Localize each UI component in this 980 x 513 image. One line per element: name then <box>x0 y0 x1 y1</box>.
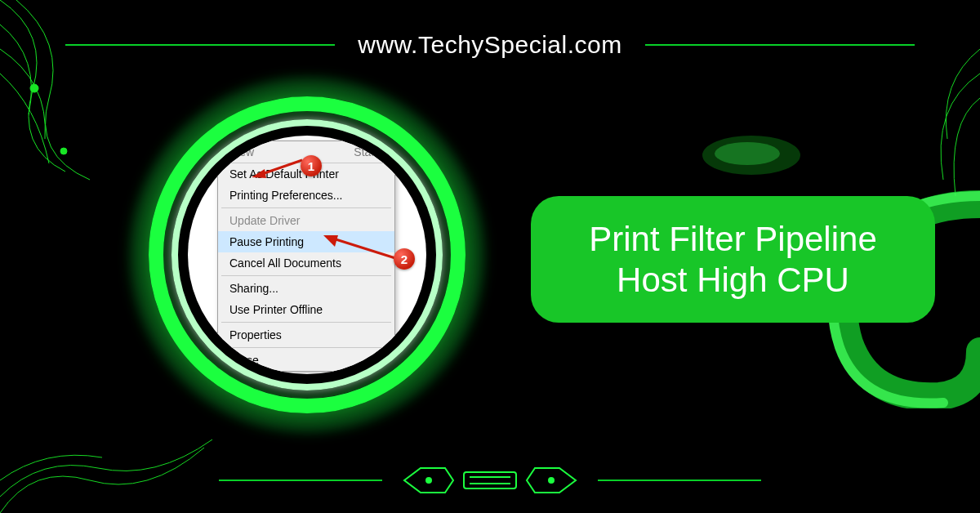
svg-point-2 <box>702 136 800 175</box>
menu-item-sharing[interactable]: Sharing... <box>218 278 394 299</box>
footer-decor <box>219 464 761 497</box>
article-title-pill: Print Filter Pipeline Host High CPU <box>531 196 935 323</box>
svg-point-12 <box>549 478 554 483</box>
divider-left <box>65 44 335 46</box>
screenshot-content: View Status Set As Default Printer Print… <box>188 136 426 374</box>
svg-point-1 <box>60 148 67 154</box>
menu-item-update-driver: Update Driver <box>218 210 394 231</box>
title-line-2: Host High CPU <box>617 261 849 299</box>
svg-point-11 <box>426 478 431 483</box>
footer-line-left <box>219 480 382 481</box>
footer-line-right <box>598 480 761 481</box>
svg-line-6 <box>333 239 395 258</box>
menu-separator <box>221 275 391 276</box>
header-bar: www.TechySpecial.com <box>0 31 980 59</box>
callout-badge-1: 1 <box>301 155 322 176</box>
menu-item-properties[interactable]: Properties <box>218 324 394 346</box>
svg-marker-5 <box>252 169 266 178</box>
svg-rect-8 <box>464 472 516 488</box>
arrow-1 <box>248 155 305 180</box>
title-line-1: Print Filter Pipeline <box>589 220 876 258</box>
svg-line-4 <box>260 160 302 175</box>
svg-marker-7 <box>323 235 338 247</box>
fractal-decor-top-right <box>833 49 980 212</box>
callout-badge-2: 2 <box>394 248 415 270</box>
svg-point-0 <box>30 84 38 92</box>
svg-point-3 <box>715 142 780 165</box>
hud-ornament <box>400 464 580 497</box>
screenshot-circle: View Status Set As Default Printer Print… <box>149 96 466 413</box>
menu-separator <box>221 207 391 208</box>
divider-right <box>645 44 915 46</box>
arrow-2 <box>318 232 400 265</box>
menu-item-offline[interactable]: Use Printer Offline <box>218 299 394 320</box>
menu-separator <box>221 347 391 348</box>
menu-item-preferences[interactable]: Printing Preferences... <box>218 185 394 206</box>
menu-separator <box>221 322 391 323</box>
site-url: www.TechySpecial.com <box>358 31 621 59</box>
